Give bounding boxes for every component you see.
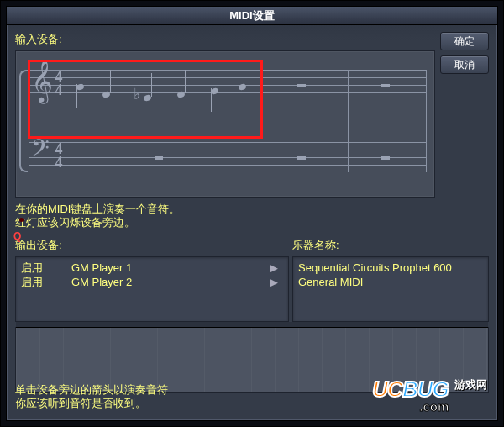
bass-clef-icon: 𝄢: [31, 137, 50, 166]
time-signature-treble: 44: [53, 70, 65, 97]
rest-icon: [155, 156, 163, 160]
play-arrow-icon[interactable]: ▶: [270, 276, 283, 288]
dialog-buttons: 确定 取消: [440, 32, 489, 74]
ok-button[interactable]: 确定: [440, 32, 489, 50]
play-arrow-icon[interactable]: ▶: [270, 261, 283, 274]
output-devices-list[interactable]: 启用 GM Player 1 ▶ 启用 GM Player 2 ▶: [15, 256, 289, 322]
barline: [348, 70, 349, 172]
input-devices-label: 输入设备:: [15, 32, 489, 47]
note-stem: [239, 84, 239, 108]
note-stem: [211, 88, 212, 112]
rest-icon: [297, 156, 306, 160]
output-devices-label: 输出设备:: [15, 238, 289, 253]
enable-toggle[interactable]: 启用: [21, 275, 71, 290]
treble-staff: [29, 70, 426, 100]
bass-staff: [29, 142, 426, 172]
track-ruler: [16, 322, 488, 328]
barline: [260, 70, 260, 172]
time-signature-bass: 44: [53, 142, 65, 169]
note-stem: [76, 84, 77, 108]
instrument-list[interactable]: Sequential Circuits Prophet 600 General …: [292, 256, 489, 322]
output-hint-text: 单击设备旁边的箭头以演奏音符 你应该听到音符是否收到。: [15, 383, 168, 410]
midi-settings-dialog: MIDI设置 确定 取消 输入设备: 𝄞 𝄢 44 44: [6, 6, 498, 421]
dialog-title: MIDI设置: [7, 7, 497, 25]
instrument-name: Sequential Circuits Prophet 600: [298, 261, 483, 274]
rest-icon: [381, 156, 390, 160]
output-device-row[interactable]: 启用 GM Player 2 ▶: [21, 275, 283, 289]
score-preview-panel: 𝄞 𝄢 44 44 ♭: [15, 50, 435, 198]
barline: [426, 70, 427, 172]
instrument-label: 乐器名称:: [292, 238, 489, 253]
instrument-name: General MIDI: [298, 276, 483, 288]
note-stem: [151, 73, 152, 97]
note-stem: [185, 70, 186, 93]
barline: [29, 70, 29, 172]
flat-icon: ♭: [134, 85, 140, 103]
led-label: Q: [13, 230, 21, 242]
enable-toggle[interactable]: 启用: [21, 261, 71, 276]
staff-brace: [19, 70, 28, 172]
led-indicator: [19, 218, 24, 222]
rest-icon: [381, 84, 390, 87]
note-stem: [110, 70, 111, 93]
cancel-button[interactable]: 取消: [440, 55, 489, 74]
dialog-content: 确定 取消 输入设备: 𝄞 𝄢 44 44: [7, 25, 497, 420]
output-device-row[interactable]: 启用 GM Player 1 ▶: [21, 261, 283, 275]
device-name: GM Player 2: [71, 276, 270, 288]
instrument-row[interactable]: General MIDI: [298, 275, 483, 289]
rest-icon: [297, 84, 306, 87]
device-name: GM Player 1: [71, 261, 270, 274]
input-hint-text: 在你的MIDI键盘上演奏一个音符。 红灯应该闪烁设备旁边。: [15, 203, 489, 229]
treble-clef-icon: 𝄞: [31, 63, 53, 100]
track-grid: [16, 328, 488, 392]
instrument-row[interactable]: Sequential Circuits Prophet 600: [298, 261, 483, 275]
